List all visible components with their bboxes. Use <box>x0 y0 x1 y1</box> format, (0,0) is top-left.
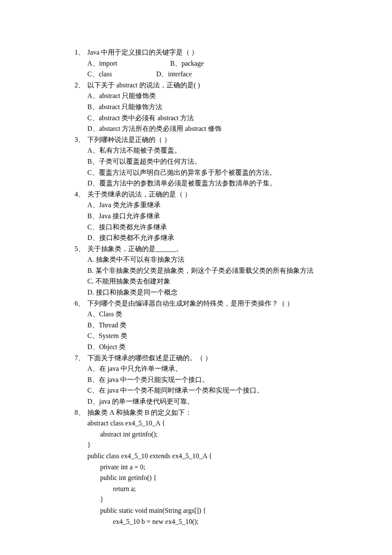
option-b: B、package <box>170 58 204 69</box>
code-line: public class ex4_5_10 extends ex4_5_10_A… <box>75 451 317 462</box>
option-d: D、覆盖方法中的参数清单必须是被覆盖方法参数清单的子集。 <box>75 178 317 189</box>
option-c: C、接口和类都允许多继承 <box>75 222 317 233</box>
code-line: } <box>75 494 317 505</box>
option-d: D. 接口和抽象类是同一个概念 <box>75 287 317 298</box>
question-number: 1、 <box>75 47 87 58</box>
question-6: 6、 下列哪个类是由编译器自动生成对象的特殊类，是用于类操作？（ ） <box>75 298 317 309</box>
option-d: D、interface <box>156 69 192 80</box>
option-d: D、Object 类 <box>75 341 317 353</box>
code-line: private int a = 0; <box>75 462 317 473</box>
option-c: C、System 类 <box>75 330 317 341</box>
code-line: return a; <box>75 483 317 494</box>
code-line: public static void main(String args[]) { <box>75 505 317 516</box>
option-c: C、class <box>87 69 112 80</box>
question-stem: Java 中用于定义接口的关键字是（ ） <box>87 47 317 58</box>
option-b: B、Thread 类 <box>75 320 317 331</box>
option-a: A、私有方法不能被子类覆盖。 <box>75 145 317 156</box>
option-b: B、abstract 只能修饰方法 <box>75 101 317 113</box>
question-3: 3、 下列哪种说法是正确的（ ） <box>75 134 317 145</box>
option-c: C. 不能用抽象类去创建对象 <box>75 276 317 287</box>
option-a: A、abstract 只能修饰类 <box>75 90 317 101</box>
question-number: 2、 <box>75 80 87 91</box>
question-4: 4、 关于类继承的说法，正确的是（ ） <box>75 189 317 200</box>
question-number: 4、 <box>75 189 87 200</box>
question-7: 7、 下面关于继承的哪些叙述是正确的。（ ） <box>75 353 317 364</box>
option-row: A、import B、package <box>75 58 317 69</box>
option-c: C、abstract 类中必须有 abstract 方法 <box>75 113 317 124</box>
option-a: A. 抽象类中不可以有非抽象方法 <box>75 254 317 265</box>
question-number: 5、 <box>75 243 87 254</box>
option-d: D、接口和类都不允许多继承 <box>75 232 317 243</box>
question-5: 5、 关于抽象类，正确的是______。 <box>75 243 317 254</box>
option-b: B、在 java 中一个类只能实现一个接口。 <box>75 374 317 385</box>
code-line: public int getinfo() { <box>75 472 317 483</box>
code-line: ex4_5_10 b = new ex4_5_10(); <box>75 516 317 527</box>
option-d: D、java 的单一继承使代码更可靠。 <box>75 396 317 407</box>
question-number: 7、 <box>75 353 87 364</box>
question-stem: 下列哪个类是由编译器自动生成对象的特殊类，是用于类操作？（ ） <box>87 298 317 309</box>
option-a: A、import <box>87 58 117 69</box>
option-b: B. 某个非抽象类的父类是抽象类，则这个子类必须重载父类的所有抽象方法 <box>75 265 317 276</box>
code-line: abstract class ex4_5_10_A { <box>75 418 317 429</box>
option-b: B、Java 接口允许多继承 <box>75 211 317 222</box>
question-stem: 下列哪种说法是正确的（ ） <box>87 134 317 145</box>
option-c: C、在 java 中一个类不能同时继承一个类和实现一个接口。 <box>75 385 317 396</box>
option-a: A、在 java 中只允许单一继承。 <box>75 363 317 374</box>
question-stem: 关于类继承的说法，正确的是（ ） <box>87 189 317 200</box>
question-number: 8、 <box>75 407 87 418</box>
option-row: C、class D、interface <box>75 69 317 80</box>
question-stem: 关于抽象类，正确的是______。 <box>87 243 317 254</box>
option-a: A、Class 类 <box>75 309 317 320</box>
option-a: A、Java 类允许多重继承 <box>75 199 317 211</box>
option-b: B、子类可以覆盖超类中的任何方法。 <box>75 156 317 167</box>
option-c: C、覆盖方法可以声明自己抛出的异常多于那个被覆盖的方法。 <box>75 167 317 178</box>
question-stem: 以下关于 abstract 的说法，正确的是( ) <box>87 80 317 91</box>
code-line: abstract int getinfo(); <box>75 429 317 440</box>
question-number: 3、 <box>75 134 87 145</box>
code-line: } <box>75 439 317 451</box>
question-stem: 下面关于继承的哪些叙述是正确的。（ ） <box>87 353 317 364</box>
question-number: 6、 <box>75 298 87 309</box>
question-stem: 抽象类 A 和抽象类 B 的定义如下： <box>87 407 317 418</box>
question-2: 2、 以下关于 abstract 的说法，正确的是( ) <box>75 80 317 91</box>
exam-page: 1、 Java 中用于定义接口的关键字是（ ） A、import B、packa… <box>0 0 392 555</box>
question-1: 1、 Java 中用于定义接口的关键字是（ ） <box>75 47 317 58</box>
question-8: 8、 抽象类 A 和抽象类 B 的定义如下： <box>75 407 317 418</box>
option-d: D、abstarct 方法所在的类必须用 abstract 修饰 <box>75 123 317 134</box>
